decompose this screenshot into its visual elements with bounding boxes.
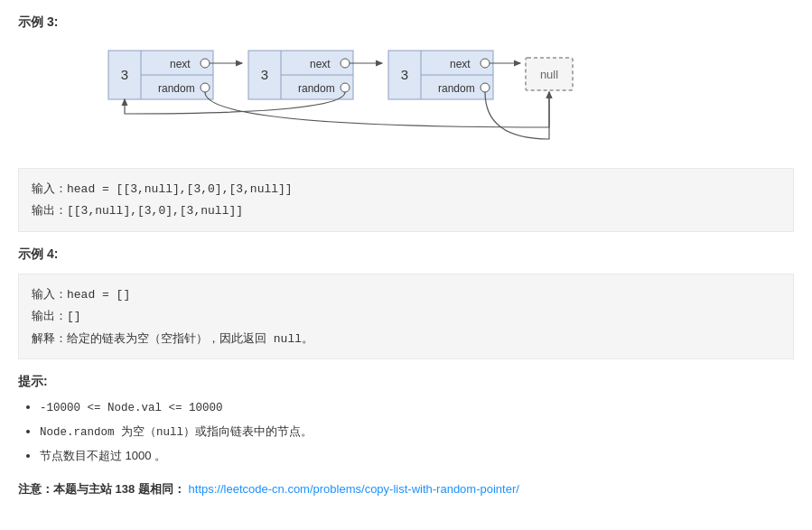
svg-point-5 (201, 59, 210, 68)
example3-code: 输入：head = [[3,null],[3,0],[3,null]] 输出：[… (18, 168, 794, 232)
hints-title: 提示: (18, 374, 794, 390)
example4-output-label: 输出： (32, 309, 67, 322)
note-section: 注意：本题与主站 138 题相同： https://leetcode-cn.co… (18, 481, 794, 497)
svg-text:3: 3 (121, 67, 128, 82)
hint-item-3: 节点数目不超过 1000 。 (40, 446, 794, 466)
example3-output-value: [[3,null],[3,0],[3,null]] (67, 204, 243, 218)
example3-title: 示例 3: (18, 14, 794, 31)
svg-point-15 (341, 83, 350, 92)
hint-item-1: -10000 <= Node.val <= 10000 (40, 397, 794, 418)
example4-title: 示例 4: (18, 246, 794, 263)
example4-explanation-label: 解释： (32, 331, 67, 345)
linked-list-diagram: 3 next random 3 next random 3 next rando… (108, 42, 668, 159)
svg-text:next: next (310, 58, 331, 70)
svg-point-23 (481, 83, 490, 92)
example3-input-label: 输入： (32, 181, 67, 195)
svg-text:random: random (298, 82, 335, 95)
svg-text:3: 3 (401, 67, 408, 82)
svg-point-21 (481, 59, 490, 68)
hints-list: -10000 <= Node.val <= 10000 Node.random … (18, 397, 794, 467)
svg-text:random: random (438, 82, 475, 95)
note-label: 注意：本题与主站 138 题相同： (18, 482, 185, 496)
example4-code: 输入：head = [] 输出：[] 解释：给定的链表为空（空指针），因此返回 … (18, 274, 794, 359)
svg-point-13 (341, 59, 350, 68)
svg-text:random: random (158, 82, 195, 95)
example3-input-value: head = [[3,null],[3,0],[3,null]] (67, 182, 293, 196)
example4-input-label: 输入： (32, 287, 67, 301)
diagram-svg: 3 next random 3 next random 3 next rando… (108, 42, 650, 159)
hints-section: 提示: -10000 <= Node.val <= 10000 Node.ran… (18, 374, 794, 467)
svg-text:next: next (450, 58, 471, 70)
svg-text:next: next (170, 58, 191, 70)
note-link[interactable]: https://leetcode-cn.com/problems/copy-li… (189, 482, 519, 496)
example4-output-value: [] (67, 310, 81, 323)
example4-input-value: head = [] (67, 288, 130, 302)
svg-text:null: null (540, 68, 558, 81)
example3-output-label: 输出： (32, 203, 67, 217)
hint-item-2: Node.random 为空（null）或指向链表中的节点。 (40, 422, 794, 442)
svg-point-7 (201, 83, 210, 92)
svg-text:3: 3 (261, 67, 268, 82)
example4-explanation-value: 给定的链表为空（空指针），因此返回 null。 (67, 332, 313, 346)
